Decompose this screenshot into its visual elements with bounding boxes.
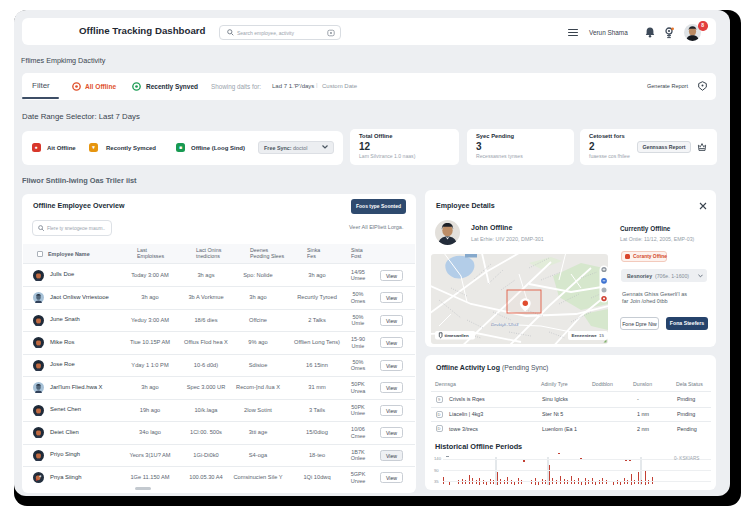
svg-text:Eeneeniewe: Eeneeniewe [572,333,598,338]
svg-text:timeswrilen: timeswrilen [445,333,469,338]
svg-text:15: 15 [599,333,604,338]
svg-text:Devbtyh /Ulst3: Devbtyh /Ulst3 [491,322,519,327]
